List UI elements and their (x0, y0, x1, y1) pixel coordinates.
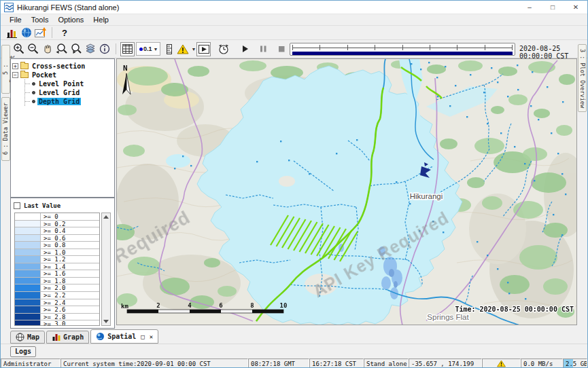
map-canvas[interactable]: Hikurangi Springs Flat API Key Required … (117, 59, 577, 325)
tab-plot-overview[interactable]: 3 : Plot Overview (578, 44, 587, 112)
animation-settings-button[interactable] (216, 42, 230, 56)
zoom-out-button[interactable] (26, 42, 40, 56)
zoom-previous-button[interactable] (54, 42, 69, 56)
map-display-button[interactable] (19, 26, 33, 40)
legend-swatch (15, 320, 41, 326)
legend-row[interactable]: >= 0.2 (15, 221, 99, 228)
play-button[interactable] (237, 42, 252, 56)
time-slider[interactable] (290, 43, 515, 56)
last-value-checkbox[interactable] (14, 202, 20, 209)
legend-label: >= 1.2 (41, 256, 66, 263)
pause-button[interactable] (256, 42, 270, 56)
expand-icon[interactable] (12, 63, 18, 69)
legend-scrollbar[interactable] (101, 213, 111, 326)
zoom-next-button[interactable] (69, 42, 83, 56)
legend-row[interactable]: >= 2.6 (15, 306, 99, 314)
help-button[interactable]: ? (56, 28, 73, 38)
node-bullet-icon (32, 82, 35, 86)
info-button[interactable] (97, 42, 111, 56)
legend-swatch (15, 213, 41, 220)
legend-row[interactable]: >= 1.8 (15, 278, 99, 285)
right-tab-strip: 3 : Plot Overview (578, 41, 588, 329)
tab-spatial-label: Spatial (107, 333, 136, 340)
node-bullet-icon (32, 100, 35, 103)
minimize-button[interactable]: – (518, 1, 541, 14)
close-button[interactable]: ✕ (564, 1, 587, 14)
legend-row[interactable]: >= 0 (15, 213, 99, 221)
folder-icon (20, 63, 29, 69)
menu-help[interactable]: Help (88, 15, 114, 24)
tab-forecast[interactable]: 5 : Forecast (1, 45, 10, 94)
zoom-in-button[interactable] (12, 42, 26, 56)
status-bar: Administrator Current system time:2020-0… (1, 358, 587, 368)
tab-graph[interactable]: Graph (46, 331, 89, 344)
legend-swatch (15, 270, 41, 277)
explorer-button[interactable] (5, 26, 19, 40)
legend-row[interactable]: >= 1.4 (15, 263, 99, 271)
legend-row[interactable]: >= 0.4 (15, 227, 99, 235)
legend-row[interactable]: >= 1.6 (15, 270, 99, 278)
scroll-up-icon[interactable] (103, 215, 109, 219)
menu-file[interactable]: File (5, 15, 27, 24)
tab-spatial[interactable]: Spatial □ ✕ (90, 329, 158, 344)
tree-item-depth-grid[interactable]: Depth Grid (25, 97, 113, 106)
pan-button[interactable] (40, 42, 54, 56)
tab-map[interactable]: Map (10, 331, 45, 344)
legend-row[interactable]: >= 2.0 (15, 284, 99, 292)
toolbar-separator (116, 43, 116, 54)
maximize-button[interactable]: □ (541, 1, 564, 14)
legend-row[interactable]: >= 0.6 (15, 235, 99, 242)
status-coordinates: -35.657 , 174.199 (409, 358, 482, 368)
time-slider-track[interactable] (292, 44, 513, 51)
detach-tab-icon[interactable]: □ (141, 333, 144, 340)
layers-tree: Cross-section Pocket Level Point Level G… (10, 58, 115, 198)
status-warning-cell[interactable] (482, 358, 521, 368)
logs-button[interactable]: Logs (10, 346, 36, 357)
legend-row[interactable]: >= 2.8 (15, 314, 99, 321)
legend-row[interactable]: >= 1.2 (15, 256, 99, 263)
legend-swatch (15, 299, 41, 306)
ruler-button[interactable] (162, 42, 176, 56)
warning-triangle-icon (177, 43, 190, 55)
spatial-display-button[interactable] (33, 26, 48, 40)
legend-row[interactable]: >= 3.0 (15, 320, 99, 326)
tree-item-level-grid[interactable]: Level Grid (25, 88, 113, 97)
tree-item-level-point[interactable]: Level Point (25, 79, 113, 88)
legend-row[interactable]: >= 2.2 (15, 292, 99, 299)
time-slider-ticks (292, 45, 513, 50)
left-tab-strip: 5 : Forecast 6 : Data Viewer (1, 41, 10, 357)
info-icon (99, 43, 111, 55)
legend-label: >= 0.6 (41, 235, 66, 242)
status-user: Administrator (1, 358, 60, 368)
tree-item-label: Level Grid (37, 89, 81, 96)
legend-row[interactable]: >= 1.0 (15, 249, 99, 257)
scroll-down-icon[interactable] (103, 320, 109, 323)
contour-scale-dropdown[interactable]: 0.1 ▼ (136, 42, 160, 56)
close-tab-icon[interactable]: ✕ (150, 333, 153, 340)
tab-data-viewer[interactable]: 6 : Data Viewer (1, 97, 10, 161)
legend-swatch (15, 221, 41, 227)
menu-tools[interactable]: Tools (27, 15, 54, 24)
collapse-icon[interactable] (12, 72, 18, 78)
map-view[interactable]: Hikurangi Springs Flat API Key Required … (116, 58, 577, 325)
menu-options[interactable]: Options (53, 15, 88, 24)
globe-icon (96, 332, 105, 341)
grid-display-button[interactable] (120, 42, 135, 56)
animate-forward-button[interactable] (196, 42, 211, 56)
legend-row[interactable]: >= 2.4 (15, 299, 99, 307)
stop-button[interactable] (274, 42, 288, 56)
tree-item-pocket[interactable]: Pocket (12, 71, 113, 79)
warning-triangle-icon (497, 360, 506, 367)
globe-icon (21, 27, 32, 38)
legend-row[interactable]: >= 0.8 (15, 242, 99, 249)
legend-label: >= 1.6 (41, 270, 66, 277)
grid-icon (122, 44, 133, 54)
status-memory: 2.5 GB (563, 358, 587, 368)
layers-button[interactable] (83, 42, 97, 56)
tree-item-cross-section[interactable]: Cross-section (12, 62, 113, 71)
stop-icon (277, 44, 286, 54)
play-icon (240, 44, 249, 54)
thresholds-dropdown[interactable]: ▼ (176, 42, 196, 56)
chevron-down-icon: ▼ (154, 47, 158, 52)
legend-label: >= 2.8 (41, 314, 66, 320)
